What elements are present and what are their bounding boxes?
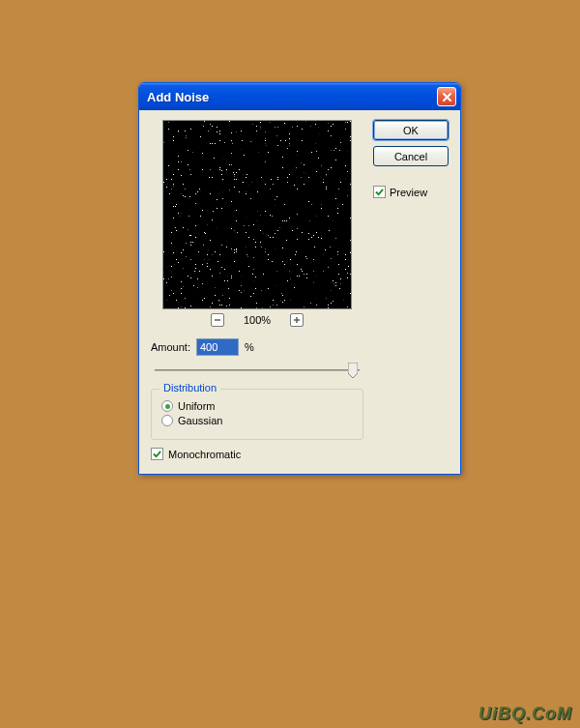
distribution-gaussian[interactable]: Gaussian: [161, 415, 353, 426]
minus-icon: [214, 316, 221, 324]
preview-label: Preview: [390, 187, 427, 198]
ok-button[interactable]: OK: [373, 120, 449, 140]
slider-thumb[interactable]: [348, 363, 358, 378]
close-icon: [442, 92, 452, 102]
distribution-legend: Distribution: [160, 382, 220, 393]
amount-slider[interactable]: [151, 360, 363, 381]
zoom-out-button[interactable]: [211, 313, 224, 327]
dialog-titlebar[interactable]: Add Noise: [139, 83, 460, 110]
zoom-level: 100%: [244, 314, 271, 326]
plus-icon: [293, 316, 301, 324]
cancel-button[interactable]: Cancel: [373, 146, 449, 166]
monochromatic-checkbox[interactable]: [151, 448, 163, 460]
gaussian-label: Gaussian: [178, 415, 222, 426]
amount-input[interactable]: [196, 338, 239, 356]
svg-rect-3: [163, 121, 352, 309]
add-noise-dialog: Add Noise: [138, 82, 461, 475]
monochromatic-option[interactable]: Monochromatic: [151, 448, 363, 460]
svg-rect-4: [215, 319, 220, 321]
distribution-group: Distribution Uniform Gaussian: [151, 389, 363, 440]
slider-track-line: [155, 369, 360, 371]
uniform-label: Uniform: [178, 400, 216, 412]
amount-label: Amount:: [151, 341, 190, 353]
amount-unit: %: [245, 341, 254, 353]
monochromatic-label: Monochromatic: [168, 449, 241, 460]
close-button[interactable]: [437, 87, 456, 106]
radio-gaussian[interactable]: [161, 415, 173, 426]
watermark-text: UiBQ.CoM: [478, 704, 572, 724]
dialog-title: Add Noise: [147, 90, 437, 104]
distribution-uniform[interactable]: Uniform: [161, 400, 353, 412]
svg-rect-6: [296, 317, 298, 323]
preview-checkbox[interactable]: [373, 186, 386, 198]
radio-uniform[interactable]: [161, 400, 173, 412]
preview-toggle[interactable]: Preview: [373, 186, 449, 198]
noise-preview[interactable]: [162, 120, 352, 309]
zoom-in-button[interactable]: [290, 313, 304, 327]
